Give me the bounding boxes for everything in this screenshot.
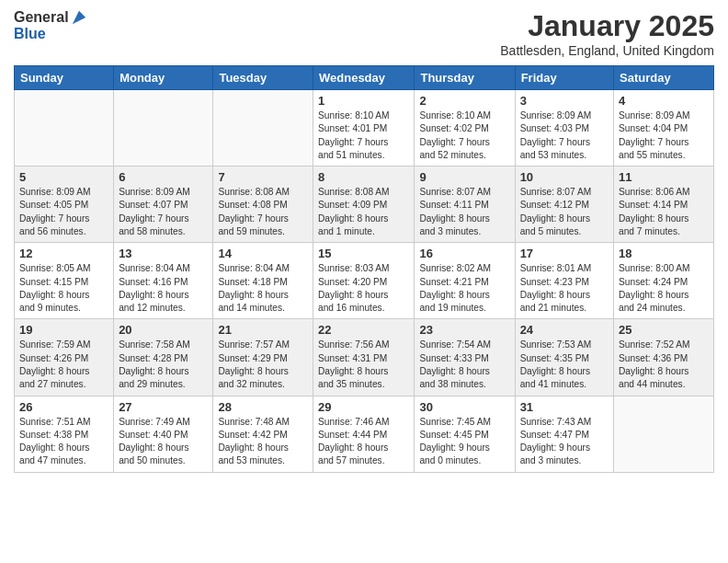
calendar-cell: 26Sunrise: 7:51 AMSunset: 4:38 PMDayligh… [15,396,114,472]
calendar-cell: 27Sunrise: 7:49 AMSunset: 4:40 PMDayligh… [114,396,213,472]
calendar-cell: 22Sunrise: 7:56 AMSunset: 4:31 PMDayligh… [313,319,415,396]
day-number: 24 [520,323,609,337]
day-number: 10 [520,170,609,184]
day-header-saturday: Saturday [614,66,714,90]
calendar-cell: 24Sunrise: 7:53 AMSunset: 4:35 PMDayligh… [515,319,613,396]
day-info: Sunrise: 7:45 AMSunset: 4:45 PMDaylight:… [419,416,509,468]
day-number: 16 [419,247,509,260]
day-info: Sunrise: 8:07 AMSunset: 4:11 PMDaylight:… [419,186,509,238]
calendar-cell: 9Sunrise: 8:07 AMSunset: 4:11 PMDaylight… [415,167,515,243]
logo-icon [71,9,87,26]
day-number: 30 [419,400,509,414]
day-info: Sunrise: 7:48 AMSunset: 4:42 PMDaylight:… [218,416,308,468]
day-number: 3 [520,94,609,108]
calendar-cell: 8Sunrise: 8:08 AMSunset: 4:09 PMDaylight… [313,167,415,243]
calendar-cell [614,396,714,472]
day-info: Sunrise: 7:59 AMSunset: 4:26 PMDaylight:… [19,339,108,391]
day-number: 6 [119,170,208,184]
day-info: Sunrise: 7:49 AMSunset: 4:40 PMDaylight:… [119,416,208,468]
calendar-cell: 20Sunrise: 7:58 AMSunset: 4:28 PMDayligh… [114,319,213,396]
calendar-cell: 31Sunrise: 7:43 AMSunset: 4:47 PMDayligh… [515,396,613,472]
day-number: 12 [19,247,108,260]
calendar: SundayMondayTuesdayWednesdayThursdayFrid… [14,65,714,473]
calendar-cell: 18Sunrise: 8:00 AMSunset: 4:24 PMDayligh… [614,243,714,319]
calendar-cell [213,90,313,167]
day-number: 4 [619,94,709,108]
day-number: 2 [419,94,509,108]
day-number: 19 [19,323,108,337]
day-number: 8 [318,170,409,184]
day-number: 23 [419,323,509,337]
calendar-cell: 2Sunrise: 8:10 AMSunset: 4:02 PMDaylight… [415,90,515,167]
calendar-cell: 25Sunrise: 7:52 AMSunset: 4:36 PMDayligh… [614,319,714,396]
day-info: Sunrise: 8:02 AMSunset: 4:21 PMDaylight:… [419,262,509,315]
logo-blue: Blue [14,26,87,42]
day-header-wednesday: Wednesday [313,66,415,90]
day-info: Sunrise: 8:09 AMSunset: 4:04 PMDaylight:… [619,109,709,162]
day-info: Sunrise: 7:43 AMSunset: 4:47 PMDaylight:… [520,416,609,468]
calendar-cell [15,90,114,167]
day-number: 5 [19,170,108,184]
day-number: 14 [218,247,308,260]
day-number: 13 [119,247,208,260]
calendar-cell: 13Sunrise: 8:04 AMSunset: 4:16 PMDayligh… [114,243,213,319]
calendar-cell: 29Sunrise: 7:46 AMSunset: 4:44 PMDayligh… [313,396,415,472]
day-info: Sunrise: 8:03 AMSunset: 4:20 PMDaylight:… [318,262,409,315]
day-info: Sunrise: 8:06 AMSunset: 4:14 PMDaylight:… [619,186,709,238]
day-header-friday: Friday [515,66,613,90]
day-number: 22 [318,323,409,337]
day-info: Sunrise: 8:00 AMSunset: 4:24 PMDaylight:… [619,262,709,315]
day-info: Sunrise: 8:04 AMSunset: 4:16 PMDaylight:… [119,262,208,315]
day-number: 17 [520,247,609,260]
week-row-5: 26Sunrise: 7:51 AMSunset: 4:38 PMDayligh… [15,396,714,472]
day-number: 9 [419,170,509,184]
day-number: 7 [218,170,308,184]
day-number: 15 [318,247,409,260]
calendar-cell: 17Sunrise: 8:01 AMSunset: 4:23 PMDayligh… [515,243,613,319]
day-info: Sunrise: 8:10 AMSunset: 4:02 PMDaylight:… [419,109,509,162]
calendar-cell: 21Sunrise: 7:57 AMSunset: 4:29 PMDayligh… [213,319,313,396]
day-info: Sunrise: 8:08 AMSunset: 4:09 PMDaylight:… [318,186,409,238]
day-number: 11 [619,170,709,184]
day-info: Sunrise: 7:46 AMSunset: 4:44 PMDaylight:… [318,416,409,468]
day-number: 18 [619,247,709,260]
day-info: Sunrise: 8:09 AMSunset: 4:05 PMDaylight:… [19,186,108,238]
svg-marker-0 [72,11,85,24]
week-row-1: 1Sunrise: 8:10 AMSunset: 4:01 PMDaylight… [15,90,714,167]
day-info: Sunrise: 8:07 AMSunset: 4:12 PMDaylight:… [520,186,609,238]
week-row-2: 5Sunrise: 8:09 AMSunset: 4:05 PMDaylight… [15,167,714,243]
week-row-4: 19Sunrise: 7:59 AMSunset: 4:26 PMDayligh… [15,319,714,396]
calendar-header-row: SundayMondayTuesdayWednesdayThursdayFrid… [15,66,714,90]
page: General Blue January 2025 Battlesden, En… [0,0,728,482]
day-info: Sunrise: 7:54 AMSunset: 4:33 PMDaylight:… [419,339,509,391]
day-number: 28 [218,400,308,414]
header: General Blue January 2025 Battlesden, En… [14,9,714,58]
logo-general: General [14,9,69,26]
calendar-cell: 10Sunrise: 8:07 AMSunset: 4:12 PMDayligh… [515,167,613,243]
day-number: 21 [218,323,308,337]
calendar-cell: 11Sunrise: 8:06 AMSunset: 4:14 PMDayligh… [614,167,714,243]
day-number: 27 [119,400,208,414]
day-number: 25 [619,323,709,337]
day-info: Sunrise: 8:01 AMSunset: 4:23 PMDaylight:… [520,262,609,315]
day-info: Sunrise: 7:53 AMSunset: 4:35 PMDaylight:… [520,339,609,391]
day-info: Sunrise: 7:51 AMSunset: 4:38 PMDaylight:… [19,416,108,468]
calendar-cell: 1Sunrise: 8:10 AMSunset: 4:01 PMDaylight… [313,90,415,167]
week-row-3: 12Sunrise: 8:05 AMSunset: 4:15 PMDayligh… [15,243,714,319]
day-header-thursday: Thursday [415,66,515,90]
calendar-cell: 19Sunrise: 7:59 AMSunset: 4:26 PMDayligh… [15,319,114,396]
logo: General Blue [14,9,87,42]
logo-text: General Blue [14,9,87,42]
day-info: Sunrise: 8:04 AMSunset: 4:18 PMDaylight:… [218,262,308,315]
day-info: Sunrise: 8:09 AMSunset: 4:07 PMDaylight:… [119,186,208,238]
day-info: Sunrise: 7:57 AMSunset: 4:29 PMDaylight:… [218,339,308,391]
day-header-monday: Monday [114,66,213,90]
calendar-cell: 14Sunrise: 8:04 AMSunset: 4:18 PMDayligh… [213,243,313,319]
day-info: Sunrise: 8:10 AMSunset: 4:01 PMDaylight:… [318,109,409,162]
day-number: 29 [318,400,409,414]
day-info: Sunrise: 7:52 AMSunset: 4:36 PMDaylight:… [619,339,709,391]
calendar-cell: 16Sunrise: 8:02 AMSunset: 4:21 PMDayligh… [415,243,515,319]
calendar-cell: 7Sunrise: 8:08 AMSunset: 4:08 PMDaylight… [213,167,313,243]
calendar-cell: 23Sunrise: 7:54 AMSunset: 4:33 PMDayligh… [415,319,515,396]
title-section: January 2025 Battlesden, England, United… [500,9,714,58]
